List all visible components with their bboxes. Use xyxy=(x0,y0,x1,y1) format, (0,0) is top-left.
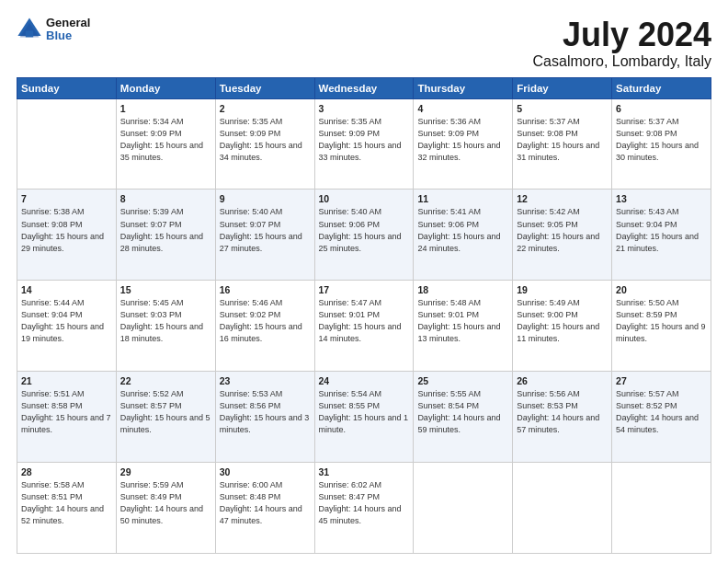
svg-rect-2 xyxy=(26,31,33,38)
calendar-subtitle: Casalmoro, Lombardy, Italy xyxy=(533,53,711,70)
day-number: 17 xyxy=(319,284,410,295)
day-number: 31 xyxy=(319,466,410,477)
day-info: Sunrise: 6:02 AMSunset: 8:47 PMDaylight:… xyxy=(319,479,410,527)
table-row: 20Sunrise: 5:50 AMSunset: 8:59 PMDayligh… xyxy=(612,281,711,372)
page: General Blue July 2024 Casalmoro, Lombar… xyxy=(0,0,728,563)
table-row: 15Sunrise: 5:45 AMSunset: 9:03 PMDayligh… xyxy=(116,281,215,372)
day-number: 5 xyxy=(517,103,608,114)
day-number: 10 xyxy=(319,193,410,204)
table-row: 11Sunrise: 5:41 AMSunset: 9:06 PMDayligh… xyxy=(414,190,513,281)
day-info: Sunrise: 5:56 AMSunset: 8:53 PMDaylight:… xyxy=(517,388,608,436)
day-info: Sunrise: 5:40 AMSunset: 9:07 PMDaylight:… xyxy=(220,206,311,254)
day-info: Sunrise: 5:54 AMSunset: 8:55 PMDaylight:… xyxy=(319,388,410,436)
table-row: 1Sunrise: 5:34 AMSunset: 9:09 PMDaylight… xyxy=(116,98,215,190)
day-number: 13 xyxy=(616,193,707,204)
day-info: Sunrise: 5:40 AMSunset: 9:06 PMDaylight:… xyxy=(319,206,410,254)
col-friday: Friday xyxy=(513,77,612,98)
day-number: 1 xyxy=(120,103,211,114)
day-info: Sunrise: 5:55 AMSunset: 8:54 PMDaylight:… xyxy=(417,388,508,436)
title-block: July 2024 Casalmoro, Lombardy, Italy xyxy=(533,17,711,70)
table-row: 31Sunrise: 6:02 AMSunset: 8:47 PMDayligh… xyxy=(314,463,414,554)
logo-blue: Blue xyxy=(46,29,90,42)
table-row: 2Sunrise: 5:35 AMSunset: 9:09 PMDaylight… xyxy=(215,98,314,190)
table-row: 7Sunrise: 5:38 AMSunset: 9:08 PMDaylight… xyxy=(17,190,117,281)
table-row xyxy=(513,463,612,554)
day-number: 23 xyxy=(220,375,311,386)
day-info: Sunrise: 5:46 AMSunset: 9:02 PMDaylight:… xyxy=(220,297,311,345)
col-wednesday: Wednesday xyxy=(314,77,414,98)
day-number: 20 xyxy=(616,284,707,295)
col-tuesday: Tuesday xyxy=(215,77,314,98)
day-number: 6 xyxy=(616,103,707,114)
col-monday: Monday xyxy=(116,77,215,98)
day-number: 27 xyxy=(616,375,707,386)
table-row: 30Sunrise: 6:00 AMSunset: 8:48 PMDayligh… xyxy=(215,463,314,554)
calendar-week-row: 28Sunrise: 5:58 AMSunset: 8:51 PMDayligh… xyxy=(17,463,711,554)
logo-icon xyxy=(17,17,42,42)
calendar-week-row: 1Sunrise: 5:34 AMSunset: 9:09 PMDaylight… xyxy=(17,98,711,190)
table-row: 24Sunrise: 5:54 AMSunset: 8:55 PMDayligh… xyxy=(314,372,414,463)
day-number: 18 xyxy=(417,284,508,295)
table-row: 19Sunrise: 5:49 AMSunset: 9:00 PMDayligh… xyxy=(513,281,612,372)
day-info: Sunrise: 5:58 AMSunset: 8:51 PMDaylight:… xyxy=(21,479,112,527)
table-row: 29Sunrise: 5:59 AMSunset: 8:49 PMDayligh… xyxy=(116,463,215,554)
day-info: Sunrise: 5:42 AMSunset: 9:05 PMDaylight:… xyxy=(517,206,608,254)
day-number: 3 xyxy=(319,103,410,114)
table-row: 14Sunrise: 5:44 AMSunset: 9:04 PMDayligh… xyxy=(17,281,117,372)
day-info: Sunrise: 5:37 AMSunset: 9:08 PMDaylight:… xyxy=(616,116,707,164)
table-row xyxy=(612,463,711,554)
day-number: 25 xyxy=(417,375,508,386)
table-row: 5Sunrise: 5:37 AMSunset: 9:08 PMDaylight… xyxy=(513,98,612,190)
day-info: Sunrise: 5:41 AMSunset: 9:06 PMDaylight:… xyxy=(417,206,508,254)
table-row: 3Sunrise: 5:35 AMSunset: 9:09 PMDaylight… xyxy=(314,98,414,190)
day-info: Sunrise: 5:53 AMSunset: 8:56 PMDaylight:… xyxy=(220,388,311,436)
day-number: 28 xyxy=(21,466,112,477)
table-row xyxy=(414,463,513,554)
calendar-title: July 2024 xyxy=(533,17,711,53)
day-info: Sunrise: 6:00 AMSunset: 8:48 PMDaylight:… xyxy=(220,479,311,527)
table-row: 9Sunrise: 5:40 AMSunset: 9:07 PMDaylight… xyxy=(215,190,314,281)
logo-general: General xyxy=(46,17,90,29)
table-row: 8Sunrise: 5:39 AMSunset: 9:07 PMDaylight… xyxy=(116,190,215,281)
header: General Blue July 2024 Casalmoro, Lombar… xyxy=(17,17,711,70)
day-number: 2 xyxy=(220,103,311,114)
day-number: 15 xyxy=(120,284,211,295)
logo-text: General Blue xyxy=(46,17,90,43)
day-number: 21 xyxy=(21,375,112,386)
day-number: 14 xyxy=(21,284,112,295)
day-number: 26 xyxy=(517,375,608,386)
day-info: Sunrise: 5:34 AMSunset: 9:09 PMDaylight:… xyxy=(120,116,211,164)
day-number: 24 xyxy=(319,375,410,386)
day-info: Sunrise: 5:48 AMSunset: 9:01 PMDaylight:… xyxy=(417,297,508,345)
day-info: Sunrise: 5:49 AMSunset: 9:00 PMDaylight:… xyxy=(517,297,608,345)
table-row: 18Sunrise: 5:48 AMSunset: 9:01 PMDayligh… xyxy=(414,281,513,372)
day-number: 7 xyxy=(21,193,112,204)
day-info: Sunrise: 5:37 AMSunset: 9:08 PMDaylight:… xyxy=(517,116,608,164)
table-row: 13Sunrise: 5:43 AMSunset: 9:04 PMDayligh… xyxy=(612,190,711,281)
day-info: Sunrise: 5:51 AMSunset: 8:58 PMDaylight:… xyxy=(21,388,112,436)
col-thursday: Thursday xyxy=(414,77,513,98)
day-number: 22 xyxy=(120,375,211,386)
day-number: 16 xyxy=(220,284,311,295)
calendar-table: Sunday Monday Tuesday Wednesday Thursday… xyxy=(17,77,711,554)
col-sunday: Sunday xyxy=(17,77,117,98)
calendar-week-row: 14Sunrise: 5:44 AMSunset: 9:04 PMDayligh… xyxy=(17,281,711,372)
table-row: 22Sunrise: 5:52 AMSunset: 8:57 PMDayligh… xyxy=(116,372,215,463)
table-row: 23Sunrise: 5:53 AMSunset: 8:56 PMDayligh… xyxy=(215,372,314,463)
table-row: 17Sunrise: 5:47 AMSunset: 9:01 PMDayligh… xyxy=(314,281,414,372)
table-row: 10Sunrise: 5:40 AMSunset: 9:06 PMDayligh… xyxy=(314,190,414,281)
day-info: Sunrise: 5:36 AMSunset: 9:09 PMDaylight:… xyxy=(417,116,508,164)
table-row: 28Sunrise: 5:58 AMSunset: 8:51 PMDayligh… xyxy=(17,463,117,554)
day-info: Sunrise: 5:45 AMSunset: 9:03 PMDaylight:… xyxy=(120,297,211,345)
table-row xyxy=(17,98,117,190)
day-info: Sunrise: 5:50 AMSunset: 8:59 PMDaylight:… xyxy=(616,297,707,345)
day-number: 30 xyxy=(220,466,311,477)
table-row: 16Sunrise: 5:46 AMSunset: 9:02 PMDayligh… xyxy=(215,281,314,372)
day-info: Sunrise: 5:39 AMSunset: 9:07 PMDaylight:… xyxy=(120,206,211,254)
logo: General Blue xyxy=(17,17,90,43)
day-number: 4 xyxy=(417,103,508,114)
day-info: Sunrise: 5:59 AMSunset: 8:49 PMDaylight:… xyxy=(120,479,211,527)
table-row: 27Sunrise: 5:57 AMSunset: 8:52 PMDayligh… xyxy=(612,372,711,463)
calendar-header-row: Sunday Monday Tuesday Wednesday Thursday… xyxy=(17,77,711,98)
day-info: Sunrise: 5:38 AMSunset: 9:08 PMDaylight:… xyxy=(21,206,112,254)
